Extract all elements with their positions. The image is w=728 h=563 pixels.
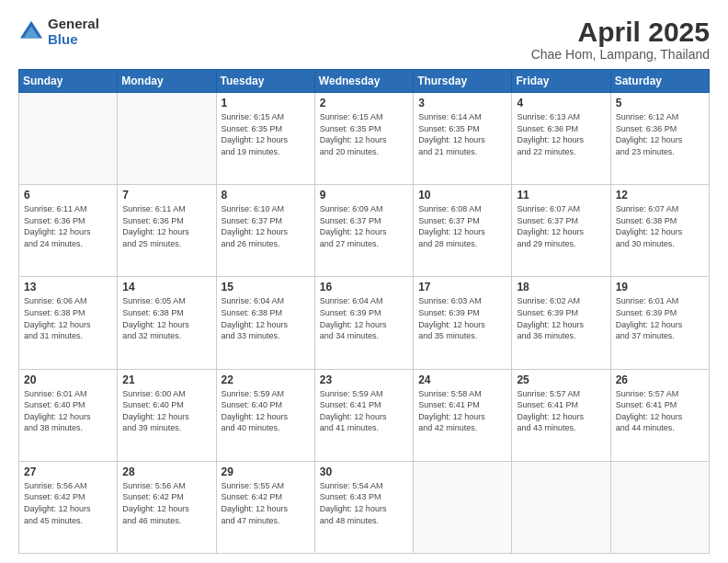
calendar-cell bbox=[610, 461, 709, 553]
day-info: Sunrise: 6:02 AM Sunset: 6:39 PM Dayligh… bbox=[517, 295, 605, 341]
calendar-cell: 9Sunrise: 6:09 AM Sunset: 6:37 PM Daylig… bbox=[314, 185, 413, 277]
day-number: 15 bbox=[222, 281, 310, 293]
week-row-1: 6Sunrise: 6:11 AM Sunset: 6:36 PM Daylig… bbox=[19, 185, 710, 277]
day-number: 25 bbox=[517, 373, 605, 386]
day-info: Sunrise: 5:57 AM Sunset: 6:41 PM Dayligh… bbox=[616, 388, 704, 434]
day-number: 9 bbox=[320, 189, 408, 201]
day-info: Sunrise: 6:11 AM Sunset: 6:36 PM Dayligh… bbox=[122, 203, 210, 249]
calendar-cell: 1Sunrise: 6:15 AM Sunset: 6:35 PM Daylig… bbox=[216, 93, 314, 185]
main-title: April 2025 bbox=[531, 17, 710, 47]
day-info: Sunrise: 6:08 AM Sunset: 6:37 PM Dayligh… bbox=[418, 203, 506, 249]
calendar-cell: 17Sunrise: 6:03 AM Sunset: 6:39 PM Dayli… bbox=[414, 277, 512, 369]
calendar-cell: 26Sunrise: 5:57 AM Sunset: 6:41 PM Dayli… bbox=[610, 369, 709, 461]
calendar-cell: 27Sunrise: 5:56 AM Sunset: 6:42 PM Dayli… bbox=[19, 461, 118, 553]
logo: General Blue bbox=[18, 17, 99, 47]
day-info: Sunrise: 6:13 AM Sunset: 6:36 PM Dayligh… bbox=[517, 111, 605, 157]
day-number: 30 bbox=[320, 465, 408, 478]
day-info: Sunrise: 6:05 AM Sunset: 6:38 PM Dayligh… bbox=[122, 295, 210, 341]
day-info: Sunrise: 6:01 AM Sunset: 6:40 PM Dayligh… bbox=[24, 388, 112, 434]
day-header-monday: Monday bbox=[118, 70, 216, 93]
day-number: 4 bbox=[517, 97, 605, 109]
logo-icon bbox=[18, 19, 44, 45]
day-info: Sunrise: 6:07 AM Sunset: 6:37 PM Dayligh… bbox=[517, 203, 605, 249]
day-info: Sunrise: 5:54 AM Sunset: 6:43 PM Dayligh… bbox=[320, 480, 408, 526]
calendar-cell: 10Sunrise: 6:08 AM Sunset: 6:37 PM Dayli… bbox=[414, 185, 512, 277]
calendar-cell: 15Sunrise: 6:04 AM Sunset: 6:38 PM Dayli… bbox=[216, 277, 314, 369]
calendar-cell: 12Sunrise: 6:07 AM Sunset: 6:38 PM Dayli… bbox=[610, 185, 709, 277]
day-info: Sunrise: 6:07 AM Sunset: 6:38 PM Dayligh… bbox=[616, 203, 704, 249]
day-number: 26 bbox=[616, 373, 704, 386]
day-info: Sunrise: 6:04 AM Sunset: 6:38 PM Dayligh… bbox=[222, 295, 310, 341]
logo-text: General Blue bbox=[48, 17, 99, 47]
calendar-cell: 20Sunrise: 6:01 AM Sunset: 6:40 PM Dayli… bbox=[19, 369, 118, 461]
day-number: 28 bbox=[122, 465, 210, 478]
day-number: 16 bbox=[320, 281, 408, 293]
day-number: 20 bbox=[24, 373, 112, 386]
day-number: 3 bbox=[418, 97, 506, 109]
day-info: Sunrise: 6:03 AM Sunset: 6:39 PM Dayligh… bbox=[418, 295, 506, 341]
day-info: Sunrise: 6:09 AM Sunset: 6:37 PM Dayligh… bbox=[320, 203, 408, 249]
day-info: Sunrise: 6:11 AM Sunset: 6:36 PM Dayligh… bbox=[24, 203, 112, 249]
day-number: 5 bbox=[616, 97, 704, 109]
day-number: 22 bbox=[222, 373, 310, 386]
day-number: 18 bbox=[517, 281, 605, 293]
title-section: April 2025 Chae Hom, Lampang, Thailand bbox=[531, 17, 710, 62]
logo-blue-text: Blue bbox=[48, 32, 99, 48]
day-info: Sunrise: 5:56 AM Sunset: 6:42 PM Dayligh… bbox=[122, 480, 210, 526]
calendar-cell bbox=[118, 93, 216, 185]
days-of-week-row: SundayMondayTuesdayWednesdayThursdayFrid… bbox=[19, 70, 710, 93]
calendar-cell bbox=[19, 93, 118, 185]
calendar-cell: 18Sunrise: 6:02 AM Sunset: 6:39 PM Dayli… bbox=[512, 277, 610, 369]
calendar-cell: 14Sunrise: 6:05 AM Sunset: 6:38 PM Dayli… bbox=[118, 277, 216, 369]
page: General Blue April 2025 Chae Hom, Lampan… bbox=[0, 0, 728, 563]
day-header-thursday: Thursday bbox=[414, 70, 512, 93]
day-number: 11 bbox=[517, 189, 605, 201]
calendar-cell: 30Sunrise: 5:54 AM Sunset: 6:43 PM Dayli… bbox=[314, 461, 413, 553]
day-info: Sunrise: 5:59 AM Sunset: 6:40 PM Dayligh… bbox=[222, 388, 310, 434]
header: General Blue April 2025 Chae Hom, Lampan… bbox=[18, 17, 710, 62]
calendar-table: SundayMondayTuesdayWednesdayThursdayFrid… bbox=[18, 69, 710, 554]
day-number: 6 bbox=[24, 189, 112, 201]
calendar-cell: 21Sunrise: 6:00 AM Sunset: 6:40 PM Dayli… bbox=[118, 369, 216, 461]
day-info: Sunrise: 5:59 AM Sunset: 6:41 PM Dayligh… bbox=[320, 388, 408, 434]
calendar-cell bbox=[512, 461, 610, 553]
week-row-2: 13Sunrise: 6:06 AM Sunset: 6:38 PM Dayli… bbox=[19, 277, 710, 369]
day-header-tuesday: Tuesday bbox=[216, 70, 314, 93]
day-number: 17 bbox=[418, 281, 506, 293]
calendar-cell: 28Sunrise: 5:56 AM Sunset: 6:42 PM Dayli… bbox=[118, 461, 216, 553]
calendar-cell: 2Sunrise: 6:15 AM Sunset: 6:35 PM Daylig… bbox=[314, 93, 413, 185]
calendar-cell: 8Sunrise: 6:10 AM Sunset: 6:37 PM Daylig… bbox=[216, 185, 314, 277]
day-number: 2 bbox=[320, 97, 408, 109]
day-info: Sunrise: 5:57 AM Sunset: 6:41 PM Dayligh… bbox=[517, 388, 605, 434]
day-number: 21 bbox=[122, 373, 210, 386]
day-number: 12 bbox=[616, 189, 704, 201]
day-number: 19 bbox=[616, 281, 704, 293]
calendar-cell: 23Sunrise: 5:59 AM Sunset: 6:41 PM Dayli… bbox=[314, 369, 413, 461]
week-row-4: 27Sunrise: 5:56 AM Sunset: 6:42 PM Dayli… bbox=[19, 461, 710, 553]
day-info: Sunrise: 6:12 AM Sunset: 6:36 PM Dayligh… bbox=[616, 111, 704, 157]
day-info: Sunrise: 6:00 AM Sunset: 6:40 PM Dayligh… bbox=[122, 388, 210, 434]
day-info: Sunrise: 6:06 AM Sunset: 6:38 PM Dayligh… bbox=[24, 295, 112, 341]
day-number: 23 bbox=[320, 373, 408, 386]
day-info: Sunrise: 6:15 AM Sunset: 6:35 PM Dayligh… bbox=[320, 111, 408, 157]
day-number: 27 bbox=[24, 465, 112, 478]
week-row-0: 1Sunrise: 6:15 AM Sunset: 6:35 PM Daylig… bbox=[19, 93, 710, 185]
calendar-body: 1Sunrise: 6:15 AM Sunset: 6:35 PM Daylig… bbox=[19, 93, 710, 554]
day-number: 14 bbox=[122, 281, 210, 293]
sub-title: Chae Hom, Lampang, Thailand bbox=[531, 47, 710, 62]
day-number: 29 bbox=[222, 465, 310, 478]
day-info: Sunrise: 6:15 AM Sunset: 6:35 PM Dayligh… bbox=[222, 111, 310, 157]
calendar-cell: 19Sunrise: 6:01 AM Sunset: 6:39 PM Dayli… bbox=[610, 277, 709, 369]
calendar-header: SundayMondayTuesdayWednesdayThursdayFrid… bbox=[19, 70, 710, 93]
day-info: Sunrise: 6:01 AM Sunset: 6:39 PM Dayligh… bbox=[616, 295, 704, 341]
calendar-cell: 22Sunrise: 5:59 AM Sunset: 6:40 PM Dayli… bbox=[216, 369, 314, 461]
day-info: Sunrise: 5:56 AM Sunset: 6:42 PM Dayligh… bbox=[24, 480, 112, 526]
logo-general-text: General bbox=[48, 17, 99, 32]
day-info: Sunrise: 6:14 AM Sunset: 6:35 PM Dayligh… bbox=[418, 111, 506, 157]
calendar-cell: 7Sunrise: 6:11 AM Sunset: 6:36 PM Daylig… bbox=[118, 185, 216, 277]
day-info: Sunrise: 6:10 AM Sunset: 6:37 PM Dayligh… bbox=[222, 203, 310, 249]
day-number: 13 bbox=[24, 281, 112, 293]
day-number: 8 bbox=[222, 189, 310, 201]
day-number: 24 bbox=[418, 373, 506, 386]
day-info: Sunrise: 5:58 AM Sunset: 6:41 PM Dayligh… bbox=[418, 388, 506, 434]
